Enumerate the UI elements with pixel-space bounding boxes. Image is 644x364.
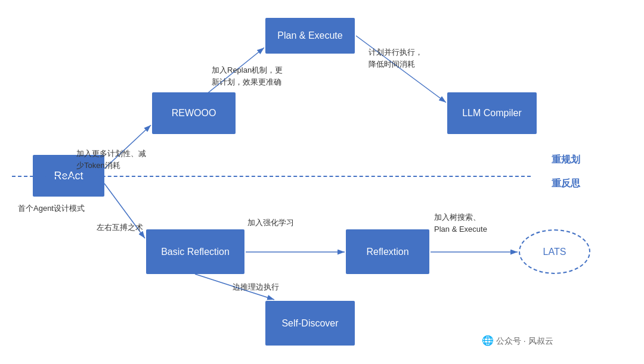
plan-to-llm-label: 计划并行执行， 降低时间消耗 xyxy=(369,46,423,70)
diagram: ReAct REWOOO Plan & Execute LLM Compiler… xyxy=(0,0,644,364)
footer-label: 🌐 公众号 · 风叔云 xyxy=(482,335,553,347)
llm-compiler-node: LLM Compiler xyxy=(447,92,537,134)
reflextion-node: Reflextion xyxy=(346,229,429,274)
rewooo-node: REWOOO xyxy=(152,92,236,134)
basic-reflection-node: Basic Reflection xyxy=(146,229,244,274)
reflextion-to-lats-label: 加入树搜索、 Plan & Execute xyxy=(434,211,487,235)
basic-to-reflextion-label: 加入强化学习 xyxy=(247,217,294,229)
self-discover-node: Self-Discover xyxy=(265,301,355,346)
replan-label: 重规划 xyxy=(552,154,580,166)
rethink-label: 重反思 xyxy=(552,178,580,190)
rewooo-to-plan-label: 加入Replan机制，更 新计划，效果更准确 xyxy=(212,64,283,88)
plan-execute-node: Plan & Execute xyxy=(265,18,355,54)
lats-node: LATS xyxy=(519,229,590,274)
react-to-basic-label: 左右互搏之术 xyxy=(97,222,143,234)
section-divider xyxy=(12,176,531,177)
react-desc-label: 首个Agent设计模式 xyxy=(18,203,85,214)
react-to-rewooo-label: 加入更多计划性、减 少Token消耗 xyxy=(76,148,146,171)
basic-to-self-label: 边推理边执行 xyxy=(233,281,279,293)
